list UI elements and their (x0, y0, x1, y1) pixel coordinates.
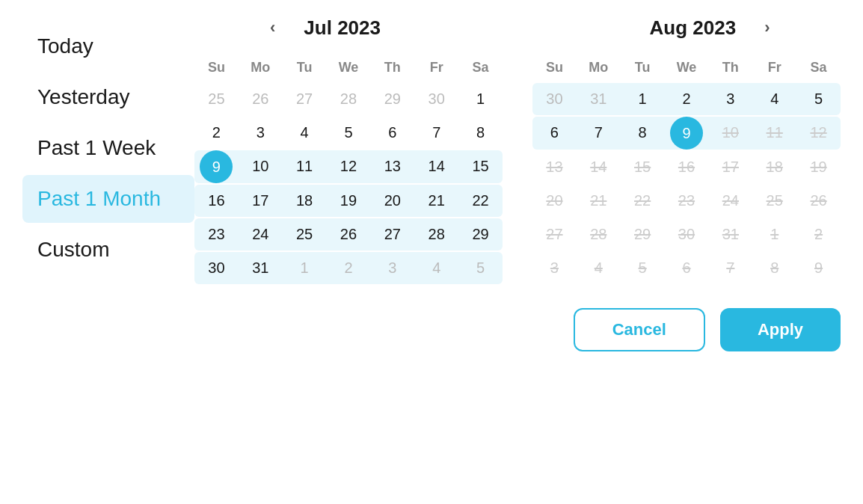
sidebar-item-past1month[interactable]: Past 1 Month (22, 175, 194, 223)
day-cell[interactable]: 14 (414, 150, 458, 183)
day-cell[interactable]: 5 (327, 117, 371, 149)
sidebar-item-past1week[interactable]: Past 1 Week (22, 124, 194, 172)
day-cell[interactable]: 4 (283, 117, 327, 149)
day-cell[interactable]: 9 (670, 117, 703, 150)
day-cell[interactable]: 4 (577, 252, 621, 284)
apply-button[interactable]: Apply (720, 308, 841, 351)
day-cell[interactable]: 8 (458, 117, 503, 149)
day-cell[interactable]: 15 (458, 150, 503, 183)
day-cell[interactable]: 18 (283, 185, 327, 217)
day-cell[interactable]: 12 (796, 117, 841, 150)
day-cell[interactable]: 3 (370, 252, 414, 284)
day-cell[interactable]: 14 (577, 151, 621, 183)
day-cell[interactable]: 30 (194, 252, 239, 284)
day-cell[interactable]: 31 (239, 252, 283, 284)
day-cell[interactable]: 11 (752, 117, 796, 150)
day-cell[interactable]: 1 (752, 218, 796, 251)
day-cell[interactable]: 28 (577, 218, 621, 251)
date-picker-container: TodayYesterdayPast 1 WeekPast 1 MonthCus… (0, 0, 863, 504)
day-cell[interactable]: 27 (283, 83, 327, 115)
day-cell[interactable]: 11 (283, 150, 327, 183)
day-cell[interactable]: 7 (577, 117, 621, 150)
day-cell[interactable]: 21 (414, 185, 458, 217)
day-cell[interactable]: 3 (239, 117, 283, 149)
sidebar-item-today[interactable]: Today (22, 22, 194, 70)
day-cell[interactable]: 1 (621, 83, 665, 115)
day-header-row: SuMoTuWeThFrSa (532, 55, 841, 80)
day-cell[interactable]: 4 (414, 252, 458, 284)
day-cell[interactable]: 1 (458, 83, 503, 115)
day-cell[interactable]: 25 (194, 83, 239, 115)
day-cell[interactable]: 24 (708, 185, 752, 217)
day-cell[interactable]: 29 (621, 218, 665, 251)
day-cell[interactable]: 30 (414, 83, 458, 115)
day-cell[interactable]: 16 (665, 151, 709, 183)
day-cell[interactable]: 9 (200, 150, 233, 183)
day-cell[interactable]: 23 (665, 185, 709, 217)
day-cell[interactable]: 2 (194, 117, 239, 149)
day-cell[interactable]: 25 (283, 218, 327, 251)
week-row: 2526272829301 (194, 83, 503, 115)
day-cell[interactable]: 4 (752, 83, 796, 115)
day-cell[interactable]: 2 (796, 218, 841, 251)
sidebar-item-custom[interactable]: Custom (22, 226, 194, 274)
day-cell[interactable]: 8 (752, 252, 796, 284)
week-row: 303112345 (532, 83, 841, 115)
day-cell[interactable]: 10 (708, 117, 752, 150)
day-cell[interactable]: 7 (414, 117, 458, 149)
day-cell[interactable]: 23 (194, 218, 239, 251)
day-cell[interactable]: 1 (283, 252, 327, 284)
day-cell[interactable]: 15 (621, 151, 665, 183)
day-cell[interactable]: 26 (327, 218, 371, 251)
day-cell[interactable]: 31 (577, 83, 621, 115)
prev-month-button[interactable]: ‹ (264, 15, 281, 40)
day-cell[interactable]: 22 (458, 185, 503, 217)
day-cell[interactable]: 19 (327, 185, 371, 217)
day-cell[interactable]: 2 (665, 83, 709, 115)
day-cell[interactable]: 22 (621, 185, 665, 217)
day-cell[interactable]: 17 (708, 151, 752, 183)
day-cell[interactable]: 5 (621, 252, 665, 284)
day-cell[interactable]: 31 (708, 218, 752, 251)
day-cell[interactable]: 8 (621, 117, 665, 150)
day-cell[interactable]: 26 (796, 185, 841, 217)
day-cell[interactable]: 26 (239, 83, 283, 115)
day-cell[interactable]: 10 (239, 150, 283, 183)
day-cell[interactable]: 5 (458, 252, 503, 284)
day-cell[interactable]: 29 (458, 218, 503, 251)
day-cell[interactable]: 6 (665, 252, 709, 284)
day-cell[interactable]: 9 (796, 252, 841, 284)
day-cell[interactable]: 19 (796, 151, 841, 183)
day-cell[interactable]: 12 (327, 150, 371, 183)
day-cell[interactable]: 7 (708, 252, 752, 284)
day-cell[interactable]: 21 (577, 185, 621, 217)
day-cell[interactable]: 30 (665, 218, 709, 251)
day-cell[interactable]: 30 (532, 83, 577, 115)
day-cell[interactable]: 20 (370, 185, 414, 217)
week-row: 3456789 (532, 252, 841, 284)
day-cell[interactable]: 13 (532, 151, 577, 183)
jul-calendar-title: Jul 2023 (304, 16, 381, 40)
day-cell[interactable]: 6 (370, 117, 414, 149)
day-cell[interactable]: 24 (239, 218, 283, 251)
day-cell[interactable]: 27 (370, 218, 414, 251)
day-cell[interactable]: 27 (532, 218, 577, 251)
sidebar-item-yesterday[interactable]: Yesterday (22, 73, 194, 121)
day-cell[interactable]: 6 (532, 117, 577, 150)
day-cell[interactable]: 16 (194, 185, 239, 217)
day-cell[interactable]: 13 (370, 150, 414, 183)
day-cell[interactable]: 18 (752, 151, 796, 183)
day-cell[interactable]: 28 (327, 83, 371, 115)
day-cell[interactable]: 17 (239, 185, 283, 217)
day-cell[interactable]: 2 (327, 252, 371, 284)
day-cell[interactable]: 3 (532, 252, 577, 284)
week-row: 20212223242526 (532, 185, 841, 217)
day-cell[interactable]: 29 (370, 83, 414, 115)
day-cell[interactable]: 5 (796, 83, 841, 115)
day-cell[interactable]: 20 (532, 185, 577, 217)
cancel-button[interactable]: Cancel (574, 308, 705, 351)
day-cell[interactable]: 3 (708, 83, 752, 115)
next-month-button[interactable]: › (758, 15, 776, 40)
day-cell[interactable]: 28 (414, 218, 458, 251)
day-cell[interactable]: 25 (752, 185, 796, 217)
